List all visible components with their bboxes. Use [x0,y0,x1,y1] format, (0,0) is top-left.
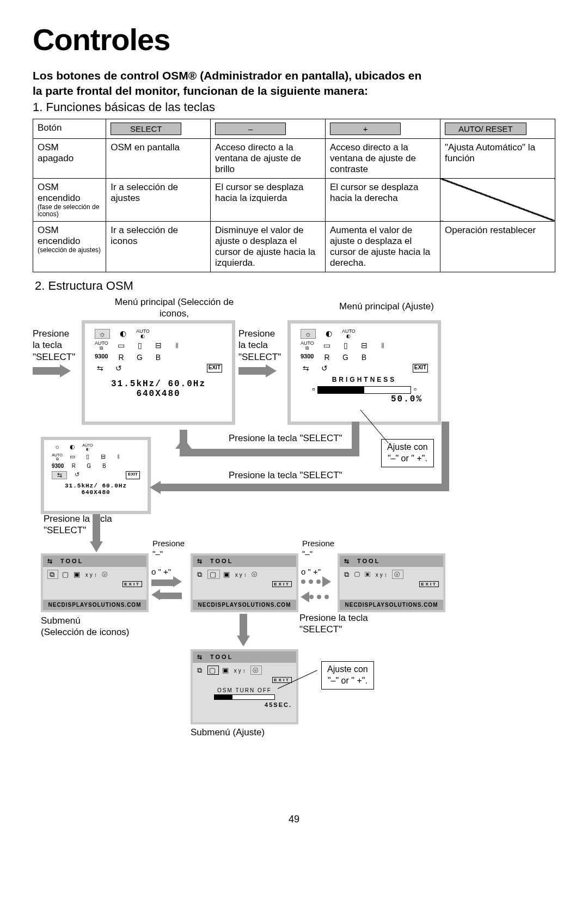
fine-icon: ⦀ [171,341,182,351]
exit-icon: EXIT [207,364,222,373]
color-b: B [152,353,163,362]
dots-icon [301,579,321,584]
arrow-icon [150,481,161,494]
lbl-or-plus-1: o " +" [151,567,171,577]
toggle-icon: ⇆ [95,364,106,373]
osd-main-adjust: ☼◐AUTO◐ AUTO⧉▭▯⊟⦀ 9300RGB ⇆↺EXIT BRIGHTN… [287,320,441,425]
cell-r3c0: OSM encendido(selección de ajustes) [33,222,106,272]
th-select: SELECT [106,119,211,138]
controls-table: Botón SELECT – + AUTO/ RESET OSMapagado … [33,119,555,272]
colortemp-9300: 9300 [95,353,108,362]
brightness-value: 50.0% [295,394,433,404]
th-minus: – [211,119,326,138]
reset-icon: ↺ [319,364,330,373]
cell-r3c4: Operación restablecer [440,222,555,272]
r3c0-sub: (selección de ajustes) [38,247,101,254]
hpos-icon: ▭ [116,341,127,351]
cell-r3c3: Aumenta el valor de ajuste o desplaza el… [326,222,440,272]
arrow-icon [90,541,103,552]
color-r: R [321,353,332,362]
vpos-icon: ▯ [134,341,145,351]
brightness-icon: ☼ [301,329,316,339]
lbl-press-select-4: Presione la tecla "SELECT" [229,469,342,481]
color-g: G [134,353,145,362]
cell-r1c2: Acceso directo a la ventana de ajuste de… [211,138,326,178]
lbl-sub-adjust: Submenú (Ajuste) [191,727,265,738]
r3c0-main: OSM encendido [38,225,80,246]
hpos-icon: ▭ [322,341,333,351]
section-1-heading: 1. Funciones básicas de las teclas [33,100,555,114]
color-b: B [358,353,369,362]
exit-icon: EXIT [413,364,428,373]
arrow-icon [266,364,277,377]
cell-r2c1: Ir a selección de ajustes [106,178,211,221]
btn-auto: AUTO/ RESET [445,123,526,135]
osd-main-icons: ☼◐AUTO◐ AUTO⧉▭▯⊟⦀ 9300RGB ⇆↺EXIT 31.5kHz… [82,320,235,425]
osd-tool-2: ⇆TOOL ⧉ ▢ ▣ xy↕ ⦾EXIT NECDISPLAYSOLUTION… [191,553,298,612]
cell-r1c1: OSM en pantalla [106,138,211,178]
vpos-icon: ▯ [340,341,351,351]
arrow-icon [173,576,182,587]
autopos-icon: AUTO⧉ [95,341,108,351]
btn-select: SELECT [111,123,181,135]
cell-r3c2: Disminuye el valor de ajuste o desplaza … [211,222,326,272]
hsize-icon: ⊟ [153,341,164,351]
lbl-main-adjust: Menú principal (Ajuste) [321,301,452,312]
color-g: G [340,353,351,362]
dots-icon [309,595,329,599]
autocontrast-icon: AUTO◐ [136,329,150,339]
cell-r2c3: El cursor se desplaza hacia la derecha [326,178,440,221]
toggle-icon: ⇆ [301,364,311,373]
brightness-label: BRIGHTNESS [295,376,433,383]
th-boton: Botón [33,119,106,138]
arrow-icon [151,589,160,600]
brightness-bar [317,386,411,394]
row-osm-off: OSMapagado OSM en pantalla Acceso direct… [33,138,555,178]
lbl-press-select-2: Presione la tecla "SELECT" [238,328,282,363]
cell-r2c2: El cursor se desplaza hacia la izquierda [211,178,326,221]
osd-freq: 31.5kHz/ 60.0Hz [89,379,228,389]
arrow-icon [60,364,71,377]
lbl-press-select-3: Presione la tecla "SELECT" [229,432,342,444]
r2c0-sub: (fase de selección de iconos) [38,204,101,218]
cell-r3c1: Ir a selección de iconos [106,222,211,272]
lbl-press-select-1: Presione la tecla "SELECT" [33,328,76,363]
row-osm-on-icons: OSM encendido(fase de selección de icono… [33,178,555,221]
osm-structure-diagram: Menú principal (Selección de iconos, Ent… [33,296,555,808]
callout-adjust-1: Ajuste con "–" or " +". [381,439,434,467]
colortemp-9300: 9300 [301,353,314,362]
intro-line-1: Los botones de control OSM® (Administrad… [33,69,421,82]
intro-text: Los botones de control OSM® (Administrad… [33,68,555,99]
brightness-icon: ☼ [95,329,110,339]
hsize-icon: ⊟ [359,341,370,351]
contrast-icon: ◐ [323,329,334,339]
autocontrast-icon: AUTO◐ [342,329,356,339]
contrast-icon: ◐ [118,329,128,339]
arrow-icon [322,576,331,587]
cell-r1c3: Acceso directo a la ventana de ajuste de… [326,138,440,178]
cell-r1c4: "Ajusta Automático" la función [440,138,555,178]
lbl-press-select-5: Presione la tecla"SELECT" [44,513,112,536]
color-r: R [115,353,126,362]
arrow-icon [237,636,250,646]
osd-small: ☼◐AUTO◐ AUTO⧉▭▯⊟⦀ 9300RGB ⇆↺EXIT 31.5kHz… [41,437,151,514]
btn-plus: + [330,123,401,135]
cell-r2c0: OSM encendido(fase de selección de icono… [33,178,106,221]
page-number: 49 [33,814,555,825]
btn-minus: – [215,123,286,135]
intro-line-2: la parte frontal del monitor, funcionan … [33,84,368,97]
lbl-sub-icons: Submenú (Selección de iconos) [41,615,130,638]
osd-tool-1: ⇆TOOL ⧉ ▢ ▣ xy↕ ⦾EXIT NECDISPLAYSOLUTION… [41,553,149,612]
arrow-icon [301,591,309,602]
cell-r2c4-na [440,178,555,221]
section-2-heading: 2. Estructura OSM [35,279,555,293]
fine-icon: ⦀ [377,341,388,351]
osd-tool-3: ⇆TOOL ⧉ ▢ ▣ xy↕ ⦾EXIT NECDISPLAYSOLUTION… [338,553,445,612]
cell-r1c0: OSMapagado [33,138,106,178]
lbl-or-plus-2: o " +" [301,567,321,577]
lbl-press-minus-1: Presione "–" [152,539,185,559]
reset-icon: ↺ [113,364,124,373]
lbl-press-minus-2: Presione "–" [302,539,334,559]
autopos-icon: AUTO⧉ [301,341,314,351]
th-auto: AUTO/ RESET [440,119,555,138]
